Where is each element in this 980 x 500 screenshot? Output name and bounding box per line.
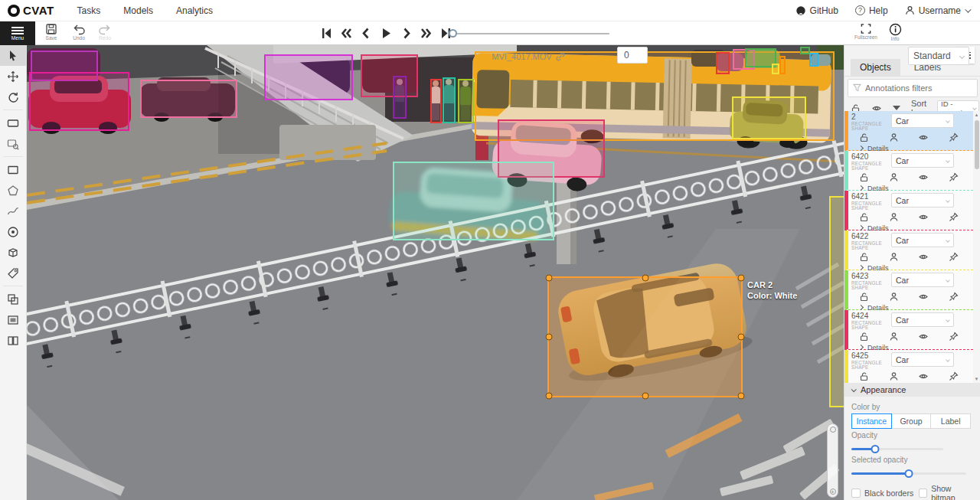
object-occluded-button[interactable]: [889, 212, 899, 222]
tool-setup-tag[interactable]: [0, 263, 26, 283]
tool-draw-cuboid[interactable]: [0, 242, 26, 263]
object-occluded-button[interactable]: [889, 172, 899, 182]
object-pin-button[interactable]: [949, 292, 959, 302]
object-lock-button[interactable]: [859, 332, 869, 342]
object-list-item[interactable]: 6424 RECTANGLE SHAPE Car Details: [844, 310, 980, 350]
frame-number-input[interactable]: [617, 47, 648, 64]
undo-button[interactable]: Undo: [66, 23, 92, 41]
color-by-group[interactable]: Group: [891, 413, 932, 429]
tool-select-region[interactable]: [0, 133, 26, 154]
object-lock-button[interactable]: [859, 172, 869, 182]
object-label-select[interactable]: Car: [891, 352, 954, 367]
object-occluded-button[interactable]: [889, 132, 899, 142]
object-pin-button[interactable]: [949, 252, 959, 262]
object-label-select[interactable]: Car: [891, 312, 954, 327]
object-label-select[interactable]: Car: [891, 233, 954, 247]
annotation-box[interactable]: [829, 196, 844, 407]
expand-all-button[interactable]: [893, 105, 900, 111]
save-button[interactable]: Save: [38, 23, 64, 41]
object-pin-button[interactable]: [949, 332, 959, 342]
tool-group[interactable]: [0, 309, 26, 330]
scrollbar-plus-icon[interactable]: [830, 489, 836, 495]
show-bitmap-checkbox[interactable]: Show bitmap: [919, 484, 974, 500]
menu-button[interactable]: Menu: [0, 21, 35, 45]
object-label-select[interactable]: Car: [891, 153, 954, 168]
annotation-box[interactable]: [458, 79, 474, 123]
annotation-box[interactable]: [779, 56, 786, 74]
frame-slider-handle[interactable]: [449, 29, 457, 38]
object-pin-button[interactable]: [949, 132, 959, 142]
nav-analytics[interactable]: Analytics: [176, 5, 213, 16]
object-lock-button[interactable]: [859, 252, 869, 262]
object-hide-button[interactable]: [918, 212, 929, 222]
tool-draw-polyline[interactable]: [0, 201, 26, 221]
forward-button[interactable]: [418, 25, 434, 41]
fullscreen-button[interactable]: Fullscreen: [853, 23, 879, 40]
object-label-select[interactable]: Car: [891, 113, 954, 128]
resize-handle[interactable]: [642, 393, 648, 400]
annotation-canvas[interactable]: CAR 2 Color: White: [27, 45, 844, 500]
annotation-box[interactable]: [264, 54, 353, 100]
object-hide-button[interactable]: [918, 252, 929, 262]
resize-handle[interactable]: [546, 334, 553, 341]
annotation-box[interactable]: [809, 53, 818, 67]
object-occluded-button[interactable]: [889, 332, 899, 342]
object-list-item[interactable]: 6423 RECTANGLE SHAPE Car Details: [844, 270, 980, 310]
opacity-slider-handle[interactable]: [871, 445, 880, 453]
resize-handle[interactable]: [642, 275, 648, 282]
tab-objects[interactable]: Objects: [851, 59, 900, 76]
object-hide-button[interactable]: [918, 332, 929, 342]
object-occluded-button[interactable]: [889, 292, 899, 302]
nav-models[interactable]: Models: [123, 5, 153, 16]
play-button[interactable]: [378, 25, 394, 41]
annotation-box[interactable]: [361, 54, 418, 97]
object-hide-button[interactable]: [918, 132, 929, 142]
annotation-box[interactable]: [772, 64, 779, 74]
help-link[interactable]: Help: [855, 5, 888, 16]
object-list-item[interactable]: 2 RECTANGLE SHAPE Car Details: [844, 111, 980, 151]
object-list-item[interactable]: 6420 RECTANGLE SHAPE Car Details: [844, 151, 980, 191]
object-lock-button[interactable]: [859, 292, 869, 302]
nav-tasks[interactable]: Tasks: [77, 5, 101, 16]
previous-frame-button[interactable]: [358, 25, 374, 41]
tool-draw-polygon[interactable]: [0, 180, 26, 201]
object-label-select[interactable]: Car: [891, 273, 954, 287]
object-occluded-button[interactable]: [889, 252, 899, 262]
object-hide-button[interactable]: [918, 371, 929, 381]
annotation-box[interactable]: [732, 96, 806, 139]
annotation-box[interactable]: [393, 162, 554, 240]
color-by-label-option[interactable]: Label: [930, 413, 971, 429]
appearance-header[interactable]: Appearance: [844, 383, 980, 397]
object-list-item[interactable]: 6421 RECTANGLE SHAPE Car Details: [844, 191, 980, 230]
tool-draw-rectangle[interactable]: [0, 159, 26, 180]
frame-slider[interactable]: [449, 31, 609, 37]
github-link[interactable]: GitHub: [795, 5, 838, 16]
next-frame-button[interactable]: [398, 25, 414, 41]
object-pin-button[interactable]: [949, 371, 959, 381]
annotation-box[interactable]: [716, 52, 730, 74]
selected-opacity-slider[interactable]: [851, 469, 966, 478]
tool-split[interactable]: [0, 330, 26, 351]
resize-handle[interactable]: [738, 275, 745, 282]
tool-move[interactable]: [0, 66, 26, 87]
annotation-box-selected[interactable]: [547, 276, 743, 397]
tool-merge[interactable]: [0, 289, 26, 309]
object-lock-button[interactable]: [859, 132, 869, 142]
tool-fit-image[interactable]: [0, 113, 26, 133]
black-borders-checkbox[interactable]: Black borders: [851, 484, 919, 500]
object-lock-button[interactable]: [859, 212, 869, 222]
annotation-box[interactable]: [140, 80, 237, 118]
object-hide-button[interactable]: [918, 172, 929, 182]
annotation-box[interactable]: [430, 79, 442, 123]
scrollbar-handle[interactable]: [830, 426, 836, 433]
info-button[interactable]: Info: [882, 23, 908, 41]
backward-button[interactable]: [338, 25, 354, 41]
selected-opacity-slider-handle[interactable]: [905, 469, 913, 478]
object-hide-button[interactable]: [918, 292, 929, 302]
object-occluded-button[interactable]: [889, 371, 899, 381]
objects-list-scrollbar[interactable]: [973, 111, 980, 383]
resize-handle[interactable]: [546, 393, 553, 400]
resize-handle[interactable]: [546, 275, 553, 282]
resize-handle[interactable]: [738, 393, 745, 400]
object-list-item[interactable]: 6422 RECTANGLE SHAPE Car Details: [844, 230, 980, 270]
